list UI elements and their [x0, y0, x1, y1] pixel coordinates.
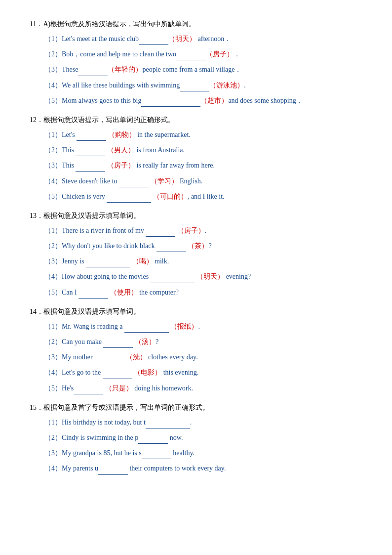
item-text: their computers to work every day.	[128, 465, 226, 472]
sub-item-13-1: （1）There is a river in front of my （房子）.	[44, 224, 362, 237]
sub-item-13-2: （2）Why don't you like to drink black （茶）…	[44, 240, 362, 252]
item-cn: （男人）	[105, 146, 135, 154]
answer-blank[interactable]	[76, 164, 105, 172]
item-text: doing his homework.	[133, 384, 193, 392]
main-content: 11．A)根据句意及所给汉语提示，写出句中所缺单词。（1）Let's meet …	[30, 20, 362, 475]
answer-blank[interactable]	[139, 37, 168, 45]
item-num: （5）	[44, 97, 62, 104]
item-cn: （可口的）	[151, 193, 188, 200]
item-cn: （购物）	[106, 131, 136, 138]
sub-item-11-4: （4）We all like these buildings with swim…	[44, 79, 362, 91]
item-cn: （游泳池）	[209, 82, 244, 89]
item-cn: （茶）	[186, 242, 209, 250]
item-text: We all like these buildings with swimmin…	[62, 82, 180, 89]
answer-blank[interactable]	[146, 229, 175, 237]
answer-blank[interactable]	[141, 99, 200, 107]
answer-blank[interactable]	[76, 148, 105, 156]
item-text: His birthday is not today, but t	[62, 419, 146, 426]
answer-blank[interactable]	[86, 259, 130, 267]
item-num: （3）	[44, 162, 62, 169]
item-text: and does some shopping．	[228, 97, 303, 104]
answer-blank[interactable]	[151, 275, 195, 283]
item-text: this evening.	[161, 369, 198, 376]
item-num: （5）	[44, 384, 62, 392]
item-num: （1）	[44, 131, 62, 138]
item-text: Let's go to the	[62, 369, 103, 376]
item-cn: （房子）	[175, 227, 205, 234]
item-cn: （年轻的）	[108, 66, 142, 73]
question-title-13: 13．根据句意及汉语提示填写单词。	[30, 212, 362, 220]
item-text: Let's meet at the music club	[62, 35, 139, 43]
item-num: （1）	[44, 35, 62, 43]
item-num: （3）	[44, 257, 62, 265]
item-cn: （洗）	[124, 353, 147, 361]
answer-blank[interactable]	[74, 386, 103, 394]
item-cn: （超市）	[200, 97, 228, 104]
item-num: （2）	[44, 50, 62, 58]
sub-item-14-5: （5）He's （只是） doing his homework.	[44, 382, 362, 394]
item-text: healthy.	[171, 449, 195, 457]
item-num: （5）	[44, 193, 62, 200]
answer-blank[interactable]	[138, 436, 168, 444]
item-text: Chicken is very	[62, 193, 107, 200]
item-num: （2）	[44, 146, 62, 154]
answer-blank[interactable]	[146, 421, 190, 428]
question-block-12: 12．根据句意汉语提示，写出单词的正确形式。（1）Let's （购物） in t…	[30, 116, 362, 203]
item-text: milk.	[153, 257, 169, 265]
item-text: .	[244, 82, 246, 89]
item-text: Mom always goes to this big	[62, 97, 141, 104]
sub-item-15-4: （4）My parents u their computers to work …	[44, 462, 362, 474]
sub-item-11-2: （2）Bob，come and help me to clean the two…	[44, 48, 362, 60]
answer-blank[interactable]	[77, 133, 106, 141]
sub-item-12-2: （2）This （男人） is from Australia.	[44, 144, 362, 156]
answer-blank[interactable]	[78, 68, 108, 76]
item-text: My mother	[62, 353, 94, 361]
item-text: Jenny is	[62, 257, 86, 265]
item-num: （3）	[44, 66, 62, 73]
item-text: evening?	[224, 273, 251, 280]
question-title-12: 12．根据句意汉语提示，写出单词的正确形式。	[30, 116, 362, 125]
item-text: Can I	[62, 289, 78, 296]
item-text: ．	[234, 50, 240, 58]
item-cn: （房子）	[105, 162, 135, 169]
item-text: ?	[156, 338, 158, 345]
sub-item-14-3: （3）My mother （洗） clothes every day.	[44, 351, 362, 363]
answer-blank[interactable]	[142, 451, 171, 459]
question-block-11: 11．A)根据句意及所给汉语提示，写出句中所缺单词。（1）Let's meet …	[30, 20, 362, 107]
item-cn: （只是）	[103, 384, 133, 392]
answer-blank[interactable]	[180, 84, 209, 91]
sub-item-15-1: （1）His birthday is not today, but t .	[44, 416, 362, 428]
item-text: people come from a small village．	[142, 66, 241, 73]
sub-item-15-3: （3）My grandpa is 85, but he is s healthy…	[44, 447, 362, 459]
answer-blank[interactable]	[107, 195, 151, 203]
answer-blank[interactable]	[103, 371, 132, 379]
item-text: Steve doesn't like to	[62, 177, 119, 185]
item-text: English.	[178, 177, 203, 185]
item-cn: （喝）	[130, 257, 153, 265]
item-text: These	[62, 66, 78, 73]
sub-item-13-4: （4）How about going to the movies （明天） ev…	[44, 270, 362, 283]
item-cn: （汤）	[133, 338, 156, 345]
item-text: This	[62, 146, 76, 154]
answer-blank[interactable]	[98, 467, 128, 475]
item-text: Mr. Wang is reading a	[62, 323, 124, 330]
answer-blank[interactable]	[119, 179, 149, 187]
answer-blank[interactable]	[78, 291, 108, 299]
answer-blank[interactable]	[176, 52, 206, 60]
answer-blank[interactable]	[94, 355, 124, 363]
item-cn: （明天）	[168, 35, 196, 43]
item-num: （2）	[44, 434, 62, 441]
question-block-15: 15．根据句意及首字母或汉语提示，写出单词的正确形式。（1）His birthd…	[30, 403, 362, 475]
sub-item-11-5: （5）Mom always goes to this big （超市）and d…	[44, 94, 362, 107]
answer-blank[interactable]	[157, 244, 186, 252]
answer-blank[interactable]	[103, 340, 133, 348]
answer-blank[interactable]	[124, 325, 169, 333]
item-text: Cindy is swimming in the p	[62, 434, 138, 441]
item-cn: （报纸）	[169, 323, 198, 330]
item-num: （4）	[44, 177, 62, 185]
item-text: is really far away from here.	[135, 162, 215, 169]
item-text: .	[205, 227, 207, 234]
item-cn: （学习）	[149, 177, 178, 185]
item-text: My parents u	[62, 465, 98, 472]
sub-item-14-4: （4）Let's go to the （电影） this evening.	[44, 366, 362, 379]
